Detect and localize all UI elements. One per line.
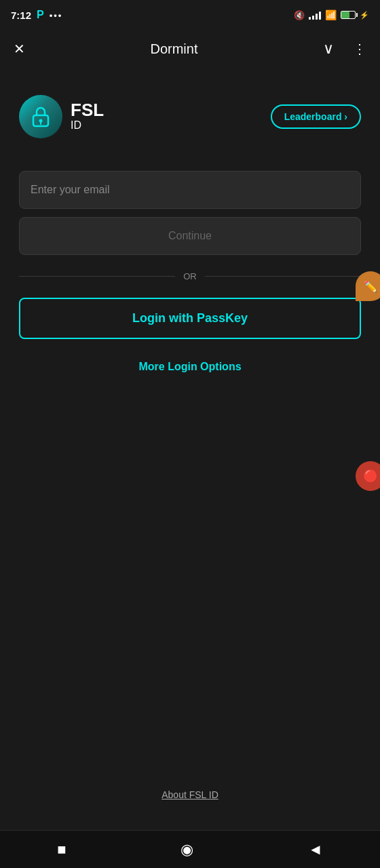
leaderboard-button[interactable]: Leaderboard › bbox=[271, 104, 361, 129]
continue-button[interactable]: Continue bbox=[19, 217, 361, 255]
logo-section: FSL ID Leaderboard › bbox=[19, 95, 361, 138]
status-time: 7:12 bbox=[11, 9, 31, 21]
alert-dot: 🔴 bbox=[363, 469, 378, 484]
app-bar: ✕ Dormint ∨ ⋮ bbox=[0, 30, 380, 68]
triangle-back-icon: ◄ bbox=[308, 841, 323, 859]
logo-text: FSL ID bbox=[71, 101, 104, 132]
more-options-button[interactable]: ⋮ bbox=[350, 38, 369, 60]
signal-bar-2 bbox=[312, 16, 314, 20]
battery-fill bbox=[341, 12, 349, 18]
notification-bubble-2: 🔴 bbox=[356, 461, 380, 491]
pencil-icon: ✏️ bbox=[364, 280, 377, 293]
muted-icon: 🔇 bbox=[294, 10, 305, 20]
continue-label: Continue bbox=[168, 230, 212, 241]
signal-bar-1 bbox=[309, 17, 311, 20]
or-divider: OR bbox=[19, 271, 361, 281]
about-fsl-id-link[interactable]: About FSL ID bbox=[162, 789, 218, 800]
divider-text: OR bbox=[183, 271, 197, 281]
chevron-down-icon: ∨ bbox=[323, 40, 334, 58]
signal-bars bbox=[309, 10, 321, 20]
close-button[interactable]: ✕ bbox=[11, 38, 28, 60]
status-left: 7:12 P ••• bbox=[11, 9, 62, 21]
app-bar-actions: ∨ ⋮ bbox=[320, 37, 369, 60]
nav-back-button[interactable]: ◄ bbox=[294, 835, 337, 864]
chevron-down-button[interactable]: ∨ bbox=[320, 37, 337, 60]
signal-bar-3 bbox=[316, 14, 318, 20]
close-icon: ✕ bbox=[14, 41, 25, 57]
logo-fsl-text: FSL bbox=[71, 101, 104, 119]
main-content: FSL ID Leaderboard › Continue OR Login w… bbox=[0, 68, 380, 406]
battery-icon bbox=[341, 11, 356, 19]
passkey-label: Login with PassKey bbox=[132, 311, 248, 325]
app-title: Dormint bbox=[150, 41, 197, 57]
divider-line-left bbox=[19, 276, 175, 277]
signal-bar-4 bbox=[319, 12, 321, 20]
passkey-button[interactable]: Login with PassKey bbox=[19, 298, 361, 339]
logo-id-text: ID bbox=[71, 119, 104, 132]
wifi-icon: 📶 bbox=[325, 9, 337, 20]
status-right: 🔇 📶 ⚡ bbox=[294, 9, 369, 20]
divider-line-right bbox=[205, 276, 361, 277]
leaderboard-label: Leaderboard › bbox=[284, 111, 347, 122]
more-login-options-button[interactable]: More Login Options bbox=[19, 355, 361, 378]
more-icon: ⋮ bbox=[353, 41, 366, 57]
bottom-nav: ■ ◉ ◄ bbox=[0, 830, 380, 868]
square-icon: ■ bbox=[57, 841, 66, 859]
logo-container: FSL ID bbox=[19, 95, 104, 138]
about-fsl-id-label: About FSL ID bbox=[162, 789, 218, 800]
nav-home-button[interactable]: ◉ bbox=[167, 835, 207, 864]
fsl-logo-icon bbox=[19, 95, 62, 138]
more-login-options-label: More Login Options bbox=[138, 361, 241, 372]
status-bar: 7:12 P ••• 🔇 📶 ⚡ bbox=[0, 0, 380, 30]
notification-bubble-1: ✏️ bbox=[356, 271, 380, 301]
lock-svg-icon bbox=[31, 104, 51, 129]
status-indicator: P bbox=[37, 9, 44, 21]
status-dots: ••• bbox=[50, 10, 63, 20]
email-input[interactable] bbox=[19, 171, 361, 209]
nav-square-button[interactable]: ■ bbox=[43, 835, 79, 864]
form-section: Continue OR Login with PassKey More Logi… bbox=[19, 171, 361, 378]
circle-icon: ◉ bbox=[180, 841, 193, 859]
charging-icon: ⚡ bbox=[360, 11, 369, 20]
